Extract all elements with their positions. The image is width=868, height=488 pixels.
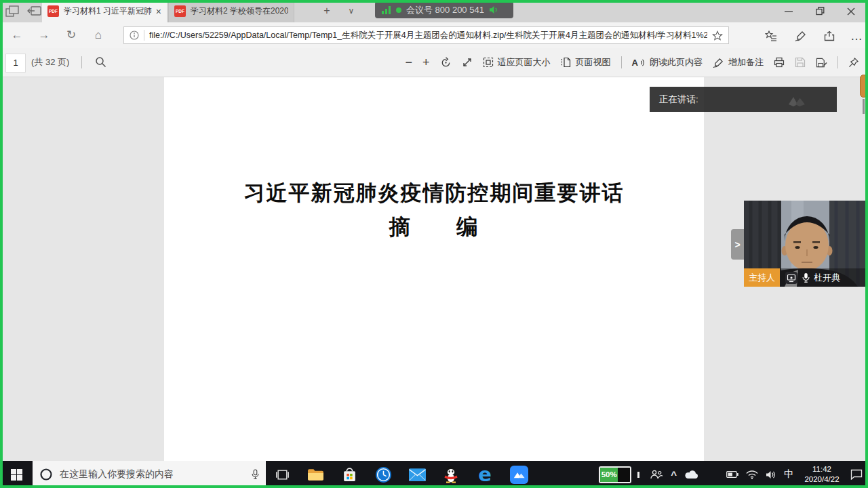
start-button[interactable] xyxy=(0,461,33,488)
clock-time: 11:42 xyxy=(801,464,843,474)
taskbar-microsoft-store-icon[interactable] xyxy=(332,461,366,488)
url-input[interactable]: file:///C:/Users/52259/AppData/Local/Tem… xyxy=(123,26,729,44)
tab-study-material-2[interactable]: PDF 学习材料2 学校领导在2020 xyxy=(168,0,294,22)
pdf-toolbar: 1 (共 32 页) − + 适应页面大小 xyxy=(0,48,868,77)
new-tab-button[interactable]: + xyxy=(319,3,335,18)
taskbar-alarms-clock-icon[interactable] xyxy=(366,461,400,488)
divider xyxy=(621,56,622,68)
taskbar-clock[interactable]: 11:42 2020/4/22 xyxy=(801,464,843,485)
search-in-document-icon[interactable] xyxy=(95,56,106,68)
page-number-input[interactable]: 1 xyxy=(5,54,26,73)
home-button[interactable]: ⌂ xyxy=(90,27,107,43)
page-view-button[interactable]: 页面视图 xyxy=(561,56,611,68)
recording-dot-icon xyxy=(396,7,401,13)
wifi-icon[interactable] xyxy=(746,470,758,479)
print-icon[interactable] xyxy=(774,57,785,68)
page-info-icon[interactable] xyxy=(130,30,139,40)
browser-address-bar: ← → ↻ ⌂ file:///C:/Users/52259/AppData/L… xyxy=(0,22,868,48)
screen-sharing-icon xyxy=(785,272,797,284)
battery-percent-text: 50% xyxy=(600,468,618,482)
tray-battery-icon[interactable] xyxy=(726,471,738,478)
video-panel-collapse-handle[interactable]: > xyxy=(731,229,744,260)
edge-logo: e xyxy=(478,465,492,485)
pin-toolbar-icon[interactable] xyxy=(848,58,859,68)
battery-nub xyxy=(637,472,639,478)
system-tray: 50% ^ 中 11:42 xyxy=(599,464,868,485)
participant-video-tile[interactable]: 主持人 杜开典 xyxy=(744,201,868,287)
search-placeholder-text: 在这里输入你要搜索的内容 xyxy=(60,468,245,481)
zoom-out-button[interactable]: − xyxy=(406,56,413,68)
search-mic-icon[interactable] xyxy=(252,469,259,480)
fullscreen-expand-icon[interactable] xyxy=(462,57,473,68)
pdf-file-icon: PDF xyxy=(47,5,59,17)
taskbar-search-input[interactable]: 在这里输入你要搜索的内容 xyxy=(33,461,266,488)
tab-close-icon[interactable]: × xyxy=(156,6,161,17)
volume-speaker-icon[interactable] xyxy=(766,470,776,479)
show-hidden-icons-chevron[interactable]: ^ xyxy=(671,469,677,481)
desktop-screen: PDF 学习材料1 习近平新冠肺 × PDF 学习材料2 学校领导在2020 +… xyxy=(0,0,868,488)
window-minimize-button[interactable] xyxy=(773,0,804,22)
host-badge: 主持人 xyxy=(744,268,780,287)
tab-study-material-1[interactable]: PDF 学习材料1 习近平新冠肺 × xyxy=(42,0,167,22)
taskbar-file-explorer-icon[interactable] xyxy=(298,461,332,488)
taskbar-qq-icon[interactable] xyxy=(434,461,468,488)
people-icon[interactable] xyxy=(650,470,663,479)
back-button[interactable]: ← xyxy=(8,27,26,43)
window-restore-button[interactable] xyxy=(804,0,835,22)
taskbar-mail-icon[interactable] xyxy=(400,461,434,488)
action-center-icon[interactable] xyxy=(850,469,863,480)
divider xyxy=(837,56,838,68)
page-view-label: 页面视图 xyxy=(576,56,611,68)
meeting-id-pill[interactable]: 会议号 800 200 541 xyxy=(375,1,513,18)
add-notes-pen-icon xyxy=(713,58,724,68)
scrollbar-tick xyxy=(863,99,865,114)
page-view-icon xyxy=(561,57,572,68)
divider xyxy=(144,30,144,41)
page-count-label: (共 32 页) xyxy=(31,48,69,77)
share-icon[interactable] xyxy=(819,28,840,43)
now-speaking-overlay: 正在讲话: xyxy=(650,87,837,112)
refresh-button[interactable]: ↻ xyxy=(62,27,80,43)
rotate-page-icon[interactable] xyxy=(440,57,452,68)
pdf-file-icon: PDF xyxy=(174,5,186,17)
save-as-icon[interactable] xyxy=(816,58,827,68)
tabs-set-aside-list-icon[interactable] xyxy=(5,5,20,17)
forward-button[interactable]: → xyxy=(35,27,53,43)
document-title-line2: 摘 编 xyxy=(164,213,704,241)
fit-page-icon xyxy=(483,57,494,68)
onedrive-cloud-icon[interactable] xyxy=(684,470,699,479)
url-text: file:///C:/Users/52259/AppData/Local/Tem… xyxy=(149,30,707,41)
zoom-in-button[interactable]: + xyxy=(422,56,430,68)
pdf-toolbar-actions: − + 适应页面大小 页面视图 A xyxy=(406,48,859,77)
divider xyxy=(81,56,82,68)
read-aloud-label: 朗读此页内容 xyxy=(650,56,703,68)
fit-page-label: 适应页面大小 xyxy=(498,56,551,68)
ime-language-indicator[interactable]: 中 xyxy=(784,468,793,481)
favorite-star-icon[interactable] xyxy=(712,30,723,41)
set-tabs-aside-icon[interactable] xyxy=(27,5,42,17)
meeting-id-label: 会议号 800 200 541 xyxy=(406,4,484,16)
pdf-content-area: 习近平新冠肺炎疫情防控期间重要讲话 摘 编 xyxy=(0,77,868,461)
window-close-button[interactable] xyxy=(835,0,867,22)
favorites-hub-icon[interactable] xyxy=(761,28,781,43)
signal-strength-icon xyxy=(382,6,391,14)
add-notes-button[interactable]: 增加备注 xyxy=(713,56,764,68)
document-title-line1: 习近平新冠肺炎疫情防控期间重要讲话 xyxy=(164,179,704,207)
tab-menu-chevron-icon[interactable]: ∨ xyxy=(343,3,359,18)
battery-percent-badge[interactable]: 50% xyxy=(599,466,642,483)
add-notes-label: 增加备注 xyxy=(728,56,764,68)
read-aloud-button[interactable]: A 朗读此页内容 xyxy=(632,56,703,68)
speaker-audio-icon xyxy=(489,5,499,14)
more-options-icon[interactable]: … xyxy=(846,28,867,43)
video-info-strip: 主持人 杜开典 xyxy=(744,268,868,287)
pdf-page: 习近平新冠肺炎疫情防控期间重要讲话 摘 编 xyxy=(164,77,704,461)
tab-title: 学习材料2 学校领导在2020 xyxy=(191,5,288,17)
task-view-button[interactable] xyxy=(266,461,298,488)
read-aloud-icon: A xyxy=(632,58,638,68)
scrollbar-thumb[interactable] xyxy=(860,75,867,98)
participant-name: 杜开典 xyxy=(814,272,840,284)
taskbar-edge-icon[interactable]: e xyxy=(468,461,502,488)
taskbar-tencent-meeting-icon[interactable] xyxy=(502,461,536,488)
fit-page-button[interactable]: 适应页面大小 xyxy=(483,56,551,68)
web-note-pen-icon[interactable] xyxy=(791,28,811,43)
